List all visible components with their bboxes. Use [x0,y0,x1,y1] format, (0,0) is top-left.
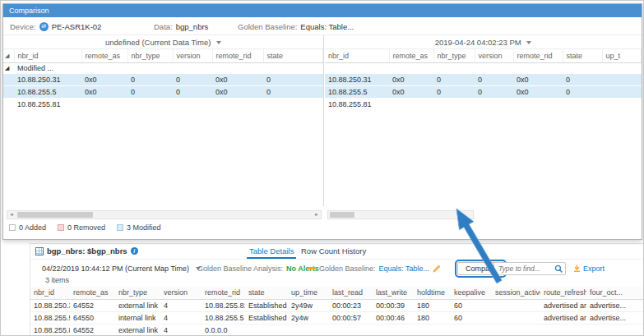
column-header[interactable]: remote_as [81,49,127,62]
table-row[interactable]: 10.88.250.3164552external link410.88.255… [30,299,643,311]
column-header[interactable]: remote_as [70,287,115,299]
cell: 0 [263,85,323,98]
column-header[interactable]: nbr_type [127,49,173,62]
column-header[interactable]: four_oct... [586,287,643,299]
right-pane-time-selector[interactable]: 2019-04-24 04:02:23 PM [325,35,642,49]
table-row[interactable]: 10.88.250.310x0000x00 [325,73,642,85]
column-header[interactable]: nbr_type [433,49,475,62]
cell: 10.88.255.81 [325,98,389,110]
column-header[interactable]: up_time [288,287,329,299]
edit-baseline-icon[interactable] [433,265,441,273]
table-row[interactable]: 10.88.255.81 [3,98,323,110]
comparison-modal: Comparison Device: ⇄ PE-ASR1K-02 Data: b… [2,3,642,240]
table-row[interactable]: 10.88.255.50x0000x00 [325,85,642,98]
cell: 10.88.255.5 [14,85,81,98]
column-header[interactable]: version [475,49,513,62]
scroll-left-icon[interactable]: ◄ [7,211,16,219]
left-pane-time-selector[interactable]: undefined (Current Data Time) [3,35,323,49]
column-header[interactable]: nbr_id [30,287,70,299]
device-label: Device: [10,22,36,31]
cell: 00:00:46 [373,311,414,324]
cell: 10.88.255.5 [325,85,389,98]
search-icon[interactable] [554,265,563,274]
column-header[interactable]: remote_as [389,49,433,62]
column-header[interactable]: version [160,287,202,299]
legend-item: 0 Removed [58,223,105,232]
cell [173,98,212,110]
table-row[interactable]: 10.88.255.564550internal link410.88.255.… [30,311,643,324]
scrollbar-thumb[interactable] [330,212,354,218]
cell: external link [115,324,160,336]
group-row[interactable]: ◢Modified ... [3,62,323,73]
info-icon[interactable]: i [131,247,138,255]
tab-row-count-history[interactable]: Row Count History [299,246,368,257]
column-header[interactable]: remote_rid [202,287,245,299]
right-pane-scrollbar[interactable] [327,210,474,219]
column-header[interactable]: remote_rid [513,49,563,62]
column-header-row: nbr_idremote_asnbr_typeversionremote_rid… [30,287,643,299]
cell [563,98,602,110]
column-header[interactable]: state [263,49,323,62]
cell: Established [245,311,288,324]
cell [329,324,373,336]
column-header[interactable]: state [563,49,602,62]
cell [288,324,329,336]
cell: 0x0 [81,85,127,98]
modal-toolbar: Device: ⇄ PE-ASR1K-02 Data: bgp_nbrs Gol… [3,17,642,35]
column-header[interactable]: remote_rid [212,49,263,62]
right-pane-title: 2019-04-24 04:02:23 PM [435,38,521,47]
cell: 4 [160,311,202,324]
device-name: PE-ASR1K-02 [52,22,102,31]
legend-swatch [9,224,16,231]
table-row[interactable]: 10.88.250.310x0000x00 [3,73,323,85]
group-row[interactable] [325,62,642,73]
cell [602,98,642,110]
column-header[interactable]: nbr_id [14,49,81,62]
table-row[interactable]: 10.88.255.50x0000x00 [3,85,323,98]
cell: 0 [127,85,173,98]
gb-label: Golden Baseline: [319,265,376,273]
column-header[interactable]: last_read [329,287,373,299]
table-row[interactable]: 10.88.255.8164552external link40.0.0.0 [30,324,643,336]
left-pane-scrollbar[interactable]: ◄ ► [7,210,322,219]
column-header[interactable]: version [173,49,212,62]
cell [81,98,127,110]
device-icon: ⇄ [39,22,49,31]
export-button[interactable]: Export [573,260,605,277]
cell: 00:00:23 [329,299,373,311]
cell: 0 [475,73,513,85]
column-header[interactable]: session_active [492,287,540,299]
column-header[interactable]: up_t [602,49,642,62]
column-header[interactable]: keepalive [451,287,492,299]
baseline-dash-icon [308,267,316,269]
cell: 0 [433,85,475,98]
table-row[interactable]: 10.88.255.81 [325,98,642,110]
cell: 0 [563,85,602,98]
cell: 00:00:57 [329,311,373,324]
column-header[interactable]: state [245,287,288,299]
bgp-nbrs-table-head: nbr_idremote_asnbr_typeversionremote_rid… [30,287,643,299]
scrollbar-thumb[interactable] [17,212,93,218]
panel-controls: 04/22/2019 10:44:12 PM (Current Map Time… [30,260,643,277]
cell: advertised an... [540,299,586,311]
column-header[interactable]: nbr_type [115,287,160,299]
chevron-down-icon [216,41,221,44]
column-header[interactable]: nbr_id [325,49,389,62]
gb-link[interactable]: Equals: Table... [379,265,429,273]
column-header[interactable]: last_write [373,287,414,299]
cell: 0 [263,73,323,85]
cell: Established [245,299,288,311]
scroll-right-icon[interactable]: ► [313,211,321,219]
group-expander-icon[interactable]: ◢ [3,62,14,73]
column-header[interactable]: holdtime [414,287,451,299]
diff-legend: 0 Added0 Removed3 Modified [9,223,161,232]
cell: 0 [563,73,602,85]
cell: 0 [475,85,513,98]
export-icon [573,265,581,272]
cell: 0.0.0.0 [202,324,245,336]
time-selector-label: 04/22/2019 10:44:12 PM (Current Map Time… [42,265,189,273]
tab-table-details[interactable]: Table Details [247,246,296,259]
time-selector[interactable]: 04/22/2019 10:44:12 PM (Current Map Time… [42,260,201,277]
column-header[interactable]: route_refresh [540,287,586,299]
expand-all-icon[interactable]: ◢ [3,49,14,62]
